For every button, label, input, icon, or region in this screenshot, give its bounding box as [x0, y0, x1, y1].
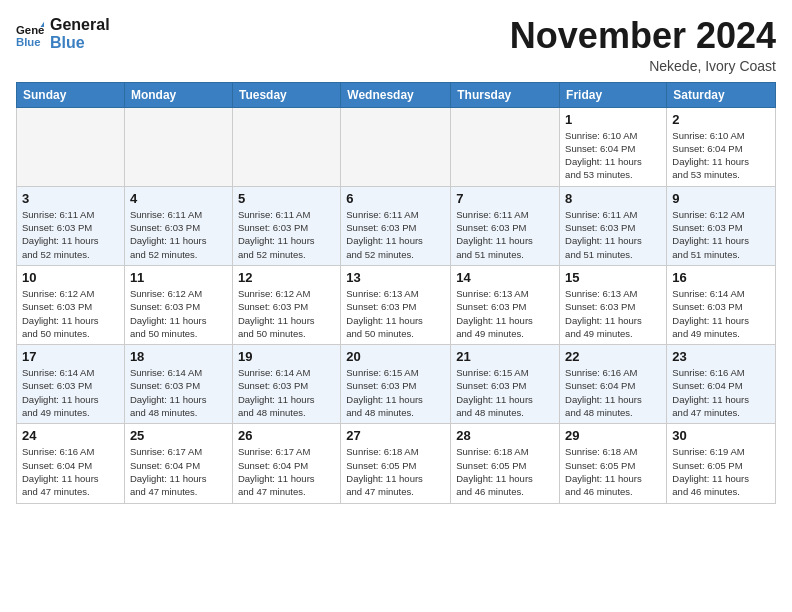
weekday-header-monday: Monday: [124, 82, 232, 107]
calendar-cell: 10Sunrise: 6:12 AMSunset: 6:03 PMDayligh…: [17, 265, 125, 344]
calendar-cell: 18Sunrise: 6:14 AMSunset: 6:03 PMDayligh…: [124, 345, 232, 424]
calendar-cell: 13Sunrise: 6:13 AMSunset: 6:03 PMDayligh…: [341, 265, 451, 344]
day-number: 10: [22, 270, 119, 285]
page: General Blue General Blue November 2024 …: [0, 0, 792, 520]
logo-icon: General Blue: [16, 20, 44, 48]
calendar-cell: 19Sunrise: 6:14 AMSunset: 6:03 PMDayligh…: [232, 345, 340, 424]
day-info: Sunrise: 6:19 AMSunset: 6:05 PMDaylight:…: [672, 445, 770, 498]
logo: General Blue General Blue: [16, 16, 110, 53]
calendar-cell: 6Sunrise: 6:11 AMSunset: 6:03 PMDaylight…: [341, 186, 451, 265]
calendar-cell: 27Sunrise: 6:18 AMSunset: 6:05 PMDayligh…: [341, 424, 451, 503]
day-number: 6: [346, 191, 445, 206]
day-number: 9: [672, 191, 770, 206]
day-info: Sunrise: 6:14 AMSunset: 6:03 PMDaylight:…: [672, 287, 770, 340]
day-number: 26: [238, 428, 335, 443]
day-number: 18: [130, 349, 227, 364]
location: Nekede, Ivory Coast: [510, 58, 776, 74]
day-info: Sunrise: 6:11 AMSunset: 6:03 PMDaylight:…: [22, 208, 119, 261]
calendar-cell: 14Sunrise: 6:13 AMSunset: 6:03 PMDayligh…: [451, 265, 560, 344]
calendar-header-row: SundayMondayTuesdayWednesdayThursdayFrid…: [17, 82, 776, 107]
calendar-cell: [341, 107, 451, 186]
weekday-header-tuesday: Tuesday: [232, 82, 340, 107]
day-info: Sunrise: 6:15 AMSunset: 6:03 PMDaylight:…: [346, 366, 445, 419]
calendar-cell: 29Sunrise: 6:18 AMSunset: 6:05 PMDayligh…: [560, 424, 667, 503]
day-info: Sunrise: 6:13 AMSunset: 6:03 PMDaylight:…: [346, 287, 445, 340]
calendar-cell: 20Sunrise: 6:15 AMSunset: 6:03 PMDayligh…: [341, 345, 451, 424]
day-number: 12: [238, 270, 335, 285]
day-number: 19: [238, 349, 335, 364]
day-info: Sunrise: 6:15 AMSunset: 6:03 PMDaylight:…: [456, 366, 554, 419]
calendar-cell: 12Sunrise: 6:12 AMSunset: 6:03 PMDayligh…: [232, 265, 340, 344]
day-number: 7: [456, 191, 554, 206]
calendar-cell: [124, 107, 232, 186]
day-info: Sunrise: 6:10 AMSunset: 6:04 PMDaylight:…: [672, 129, 770, 182]
day-number: 17: [22, 349, 119, 364]
calendar-cell: 15Sunrise: 6:13 AMSunset: 6:03 PMDayligh…: [560, 265, 667, 344]
day-info: Sunrise: 6:16 AMSunset: 6:04 PMDaylight:…: [672, 366, 770, 419]
calendar-cell: 8Sunrise: 6:11 AMSunset: 6:03 PMDaylight…: [560, 186, 667, 265]
day-number: 20: [346, 349, 445, 364]
calendar-cell: 5Sunrise: 6:11 AMSunset: 6:03 PMDaylight…: [232, 186, 340, 265]
month-title: November 2024: [510, 16, 776, 56]
calendar-cell: 30Sunrise: 6:19 AMSunset: 6:05 PMDayligh…: [667, 424, 776, 503]
calendar-table: SundayMondayTuesdayWednesdayThursdayFrid…: [16, 82, 776, 504]
day-number: 4: [130, 191, 227, 206]
calendar-cell: 11Sunrise: 6:12 AMSunset: 6:03 PMDayligh…: [124, 265, 232, 344]
calendar-cell: 26Sunrise: 6:17 AMSunset: 6:04 PMDayligh…: [232, 424, 340, 503]
weekday-header-thursday: Thursday: [451, 82, 560, 107]
calendar-cell: 22Sunrise: 6:16 AMSunset: 6:04 PMDayligh…: [560, 345, 667, 424]
day-number: 3: [22, 191, 119, 206]
day-number: 16: [672, 270, 770, 285]
day-info: Sunrise: 6:11 AMSunset: 6:03 PMDaylight:…: [238, 208, 335, 261]
day-number: 13: [346, 270, 445, 285]
day-info: Sunrise: 6:12 AMSunset: 6:03 PMDaylight:…: [238, 287, 335, 340]
calendar-cell: 24Sunrise: 6:16 AMSunset: 6:04 PMDayligh…: [17, 424, 125, 503]
calendar-cell: 1Sunrise: 6:10 AMSunset: 6:04 PMDaylight…: [560, 107, 667, 186]
day-info: Sunrise: 6:16 AMSunset: 6:04 PMDaylight:…: [565, 366, 661, 419]
day-info: Sunrise: 6:13 AMSunset: 6:03 PMDaylight:…: [456, 287, 554, 340]
weekday-header-saturday: Saturday: [667, 82, 776, 107]
day-number: 15: [565, 270, 661, 285]
calendar-cell: [17, 107, 125, 186]
day-info: Sunrise: 6:11 AMSunset: 6:03 PMDaylight:…: [565, 208, 661, 261]
day-info: Sunrise: 6:10 AMSunset: 6:04 PMDaylight:…: [565, 129, 661, 182]
day-info: Sunrise: 6:14 AMSunset: 6:03 PMDaylight:…: [130, 366, 227, 419]
weekday-header-sunday: Sunday: [17, 82, 125, 107]
day-number: 25: [130, 428, 227, 443]
day-number: 5: [238, 191, 335, 206]
weekday-header-friday: Friday: [560, 82, 667, 107]
logo-blue: Blue: [50, 34, 110, 52]
day-number: 11: [130, 270, 227, 285]
calendar-cell: [451, 107, 560, 186]
calendar-cell: [232, 107, 340, 186]
day-info: Sunrise: 6:14 AMSunset: 6:03 PMDaylight:…: [238, 366, 335, 419]
calendar-cell: 9Sunrise: 6:12 AMSunset: 6:03 PMDaylight…: [667, 186, 776, 265]
day-info: Sunrise: 6:18 AMSunset: 6:05 PMDaylight:…: [456, 445, 554, 498]
day-number: 24: [22, 428, 119, 443]
title-block: November 2024 Nekede, Ivory Coast: [510, 16, 776, 74]
day-info: Sunrise: 6:16 AMSunset: 6:04 PMDaylight:…: [22, 445, 119, 498]
day-number: 28: [456, 428, 554, 443]
day-info: Sunrise: 6:18 AMSunset: 6:05 PMDaylight:…: [346, 445, 445, 498]
day-number: 23: [672, 349, 770, 364]
day-info: Sunrise: 6:13 AMSunset: 6:03 PMDaylight:…: [565, 287, 661, 340]
day-number: 29: [565, 428, 661, 443]
day-info: Sunrise: 6:12 AMSunset: 6:03 PMDaylight:…: [22, 287, 119, 340]
day-info: Sunrise: 6:14 AMSunset: 6:03 PMDaylight:…: [22, 366, 119, 419]
day-number: 2: [672, 112, 770, 127]
day-number: 1: [565, 112, 661, 127]
header: General Blue General Blue November 2024 …: [16, 16, 776, 74]
svg-text:Blue: Blue: [16, 37, 41, 49]
calendar-week-row: 24Sunrise: 6:16 AMSunset: 6:04 PMDayligh…: [17, 424, 776, 503]
day-info: Sunrise: 6:12 AMSunset: 6:03 PMDaylight:…: [672, 208, 770, 261]
day-info: Sunrise: 6:18 AMSunset: 6:05 PMDaylight:…: [565, 445, 661, 498]
day-number: 22: [565, 349, 661, 364]
day-info: Sunrise: 6:11 AMSunset: 6:03 PMDaylight:…: [456, 208, 554, 261]
day-info: Sunrise: 6:17 AMSunset: 6:04 PMDaylight:…: [238, 445, 335, 498]
calendar-cell: 23Sunrise: 6:16 AMSunset: 6:04 PMDayligh…: [667, 345, 776, 424]
calendar-cell: 2Sunrise: 6:10 AMSunset: 6:04 PMDaylight…: [667, 107, 776, 186]
calendar-cell: 17Sunrise: 6:14 AMSunset: 6:03 PMDayligh…: [17, 345, 125, 424]
calendar-week-row: 3Sunrise: 6:11 AMSunset: 6:03 PMDaylight…: [17, 186, 776, 265]
day-number: 14: [456, 270, 554, 285]
svg-text:General: General: [16, 24, 44, 36]
